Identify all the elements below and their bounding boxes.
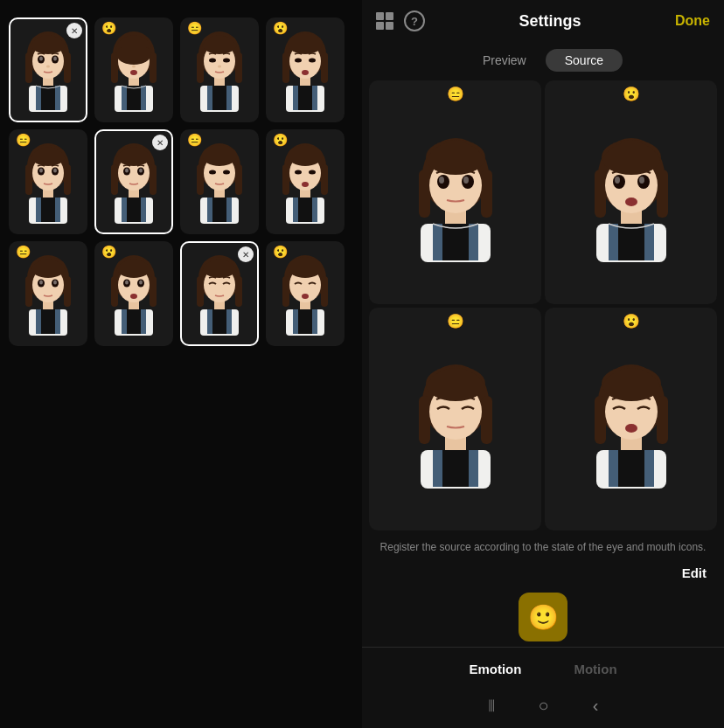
grid-icon[interactable] [376,12,393,30]
svg-rect-112 [64,276,71,307]
svg-rect-176 [657,170,668,218]
emotion-icon-3: 😮 [273,21,288,35]
svg-rect-141 [235,276,242,307]
svg-rect-41 [207,86,212,110]
avatar-card-3[interactable]: 😮 [266,17,345,122]
svg-rect-14 [41,86,55,110]
emotion-icon-6: 😑 [187,133,202,147]
svg-rect-201 [657,396,668,444]
svg-rect-13 [55,86,60,110]
source-avatar-0 [394,131,517,262]
close-icon-5[interactable]: ✕ [152,135,168,150]
nav-back-icon[interactable]: ‹ [593,696,599,716]
svg-rect-121 [36,309,41,334]
source-card-2[interactable]: 😑 [369,308,541,531]
nav-menu-icon[interactable]: ⦀ [488,696,495,716]
source-emotion-icon-3: 😮 [623,313,640,329]
avatar-image-0 [13,26,83,114]
svg-rect-94 [207,198,212,222]
svg-rect-28 [122,86,127,110]
nav-home-icon[interactable]: ○ [539,696,549,716]
avatar-image-7 [270,138,340,225]
svg-rect-197 [469,450,478,487]
source-card-0[interactable]: 😑 [369,80,541,304]
svg-rect-42 [226,86,232,110]
emotion-icon-2: 😑 [187,21,202,35]
svg-rect-137 [141,309,146,334]
close-icon-10[interactable]: ✕ [238,246,254,262]
svg-point-37 [223,59,230,63]
svg-rect-84 [127,198,141,222]
svg-rect-98 [282,164,289,195]
avatar-card-8[interactable]: 😑 [9,241,87,346]
avatar-image-6 [184,138,254,225]
avatar-image-10 [184,250,254,337]
svg-rect-107 [293,198,298,222]
close-icon-0[interactable]: ✕ [66,23,82,38]
bottom-tabs: Emotion Motion [362,647,724,687]
avatar-card-11[interactable]: 😮 [266,241,345,346]
svg-point-24 [132,66,136,68]
svg-rect-146 [207,309,212,334]
svg-rect-95 [226,198,232,222]
svg-point-182 [639,177,644,184]
avatar-row-1: 😑 [9,129,353,234]
avatar-card-9[interactable]: 😮 [94,241,173,346]
svg-point-154 [302,294,309,299]
avatar-card-7[interactable]: 😮 [266,129,345,234]
avatar-row-0: ✕ [9,17,353,122]
avatar-row-2: 😑 [9,241,353,346]
svg-rect-96 [212,198,226,222]
svg-point-8 [53,57,57,61]
svg-rect-186 [609,224,618,260]
svg-rect-151 [321,276,328,307]
svg-point-104 [302,182,309,187]
svg-point-181 [615,177,620,184]
tab-preview[interactable]: Preview [463,49,546,72]
svg-rect-69 [55,198,60,222]
svg-rect-83 [141,198,146,222]
emotion-selector: 🙂 [362,587,724,647]
avatar-card-10[interactable]: ✕ [180,241,259,346]
left-panel: ✕ [0,0,362,728]
avatar-card-5[interactable]: ✕ [94,129,173,234]
done-button[interactable]: Done [675,13,710,29]
svg-rect-138 [127,309,141,334]
svg-point-36 [209,59,216,63]
svg-point-155 [288,257,323,278]
emotion-item-happy[interactable]: 🙂 [519,593,567,641]
svg-rect-172 [469,224,478,260]
avatar-card-0[interactable]: ✕ [9,17,87,122]
tab-source[interactable]: Source [546,49,623,72]
tab-emotion[interactable]: Emotion [469,658,521,680]
edit-button[interactable]: Edit [362,564,724,587]
svg-rect-158 [312,309,317,334]
source-avatar-1 [570,131,693,262]
svg-point-132 [139,281,143,285]
svg-point-38 [218,66,221,68]
avatar-card-2[interactable]: 😑 [180,17,259,122]
svg-rect-30 [127,86,141,110]
svg-point-49 [295,59,302,63]
svg-rect-87 [235,164,242,195]
svg-point-105 [288,145,323,166]
svg-rect-32 [197,52,204,83]
emotion-icon-11: 😮 [273,245,288,259]
avatar-card-4[interactable]: 😑 [9,129,87,234]
right-panel: ? Settings Done Preview Source 😑 [362,0,724,728]
avatar-card-1[interactable]: 😮 [94,17,173,122]
avatar-image-2 [184,26,254,114]
svg-point-102 [295,170,302,175]
svg-point-90 [209,170,216,175]
help-button[interactable]: ? [404,10,425,31]
tab-motion[interactable]: Motion [574,658,616,680]
svg-rect-150 [282,276,289,307]
svg-rect-45 [282,52,289,83]
svg-rect-198 [442,450,469,487]
avatar-card-6[interactable]: 😑 [180,129,259,234]
source-card-1[interactable]: 😮 [545,80,717,304]
svg-rect-70 [41,198,55,222]
svg-rect-12 [36,86,41,110]
source-card-3[interactable]: 😮 [545,308,717,531]
svg-rect-191 [481,396,492,444]
